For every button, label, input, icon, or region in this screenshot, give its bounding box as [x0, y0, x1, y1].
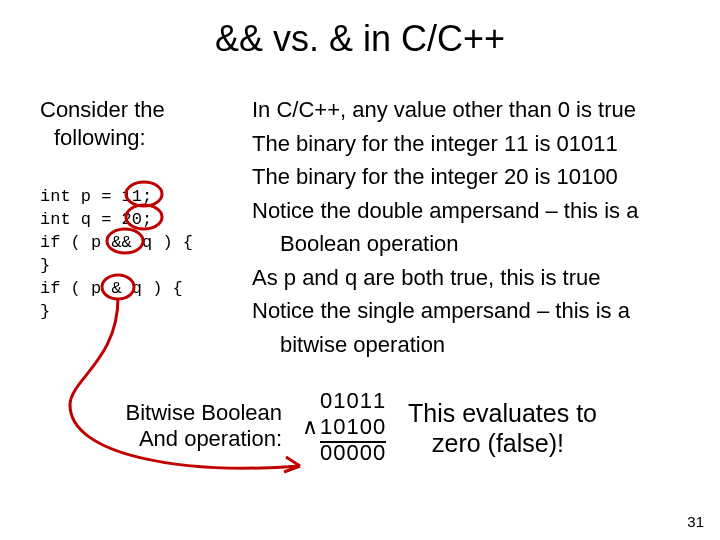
exp-p1: In C/C++, any value other than 0 is true	[252, 96, 702, 124]
consider-label: Consider the following:	[40, 96, 220, 151]
calc-result: 00000	[320, 440, 386, 465]
exp-p6a: Notice the single ampersand – this is a	[252, 297, 702, 325]
exp-p4a: Notice the double ampersand – this is a	[252, 197, 702, 225]
bitwise-label-l1: Bitwise Boolean	[125, 400, 282, 425]
wedge-symbol: ∧	[300, 414, 318, 440]
consider-line2: following:	[40, 125, 146, 150]
calc-b: 10100	[320, 414, 386, 443]
bitwise-label-l2: And operation:	[139, 426, 282, 451]
bitwise-label: Bitwise Boolean And operation:	[72, 400, 282, 453]
code-block: int p = 11; int q = 20; if ( p && q ) { …	[40, 186, 193, 324]
evaluates-l2: zero (false)!	[408, 429, 564, 457]
slide-number: 31	[687, 513, 704, 530]
explanation-block: In C/C++, any value other than 0 is true…	[252, 96, 702, 364]
slide-title: && vs. & in C/C++	[0, 18, 720, 60]
bitwise-calc: 01011 ∧10100 00000	[300, 388, 386, 466]
evaluates-label: This evaluates to zero (false)!	[408, 398, 688, 458]
consider-line1: Consider the	[40, 97, 165, 122]
exp-p4b: Boolean operation	[252, 230, 702, 258]
calc-a: 01011	[320, 388, 386, 413]
evaluates-l1: This evaluates to	[408, 399, 597, 427]
exp-p2: The binary for the integer 11 is 01011	[252, 130, 702, 158]
arrow-head	[284, 457, 300, 472]
exp-p5: As p and q are both true, this is true	[252, 264, 702, 292]
exp-p3: The binary for the integer 20 is 10100	[252, 163, 702, 191]
exp-p6b: bitwise operation	[252, 331, 702, 359]
